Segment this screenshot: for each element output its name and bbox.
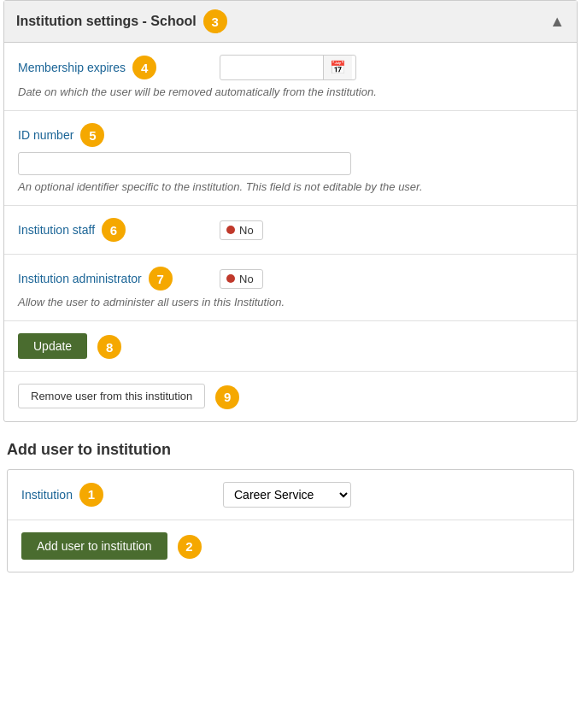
badge-5: 5 xyxy=(80,123,104,147)
id-number-label: ID number 5 xyxy=(18,123,563,147)
institution-staff-toggle[interactable]: No xyxy=(220,220,263,240)
collapse-icon[interactable]: ▲ xyxy=(549,13,565,31)
institution-admin-row: Institution administrator 7 No Allow the… xyxy=(4,255,577,321)
section-header: Institution settings - School 3 ▲ xyxy=(4,1,577,43)
update-button[interactable]: Update xyxy=(18,333,87,359)
badge-2: 2 xyxy=(178,535,202,559)
membership-expires-input[interactable] xyxy=(220,57,323,79)
add-user-button-row: Add user to institution 2 xyxy=(8,520,573,572)
institution-admin-toggle-label: No xyxy=(239,273,254,285)
badge-7: 7 xyxy=(149,267,173,291)
add-user-button[interactable]: Add user to institution xyxy=(21,532,167,560)
membership-expires-row: Membership expires 4 📅 Date on which the… xyxy=(4,43,577,111)
badge-9: 9 xyxy=(215,385,239,409)
add-user-form-card: Institution 1 Career Service School Othe… xyxy=(7,469,574,572)
institution-select-label: Institution 1 xyxy=(21,483,209,507)
id-number-hint: An optional identifier specific to the i… xyxy=(18,180,563,193)
add-user-section: Add user to institution Institution 1 Ca… xyxy=(0,432,581,572)
id-number-input[interactable] xyxy=(18,152,351,175)
calendar-icon[interactable]: 📅 xyxy=(323,56,352,79)
remove-row: Remove user from this institution 9 xyxy=(4,372,577,420)
badge-6: 6 xyxy=(102,218,126,242)
institution-staff-label: Institution staff 6 xyxy=(18,218,206,242)
badge-4: 4 xyxy=(132,56,156,79)
membership-expires-hint: Date on which the user will be removed a… xyxy=(18,85,563,98)
membership-expires-label: Membership expires 4 xyxy=(18,56,206,79)
institution-admin-hint: Allow the user to administer all users i… xyxy=(18,296,563,308)
badge-8: 8 xyxy=(97,335,121,359)
section-body: Membership expires 4 📅 Date on which the… xyxy=(4,43,577,421)
institution-admin-toggle[interactable]: No xyxy=(220,269,263,289)
institution-staff-row: Institution staff 6 No xyxy=(4,206,577,255)
membership-expires-input-wrap: 📅 xyxy=(220,55,356,80)
institution-admin-label: Institution administrator 7 xyxy=(18,267,206,291)
institution-select-row: Institution 1 Career Service School Othe… xyxy=(8,470,573,520)
toggle-dot-staff xyxy=(226,226,235,234)
update-row: Update 8 xyxy=(4,321,577,372)
section-title: Institution settings - School 3 xyxy=(16,9,227,33)
badge-3: 3 xyxy=(203,9,227,33)
add-user-section-title: Add user to institution xyxy=(7,441,574,459)
institution-settings-card: Institution settings - School 3 ▲ Member… xyxy=(3,0,578,422)
institution-staff-toggle-label: No xyxy=(239,224,254,237)
section-title-text: Institution settings - School xyxy=(16,14,197,29)
badge-1: 1 xyxy=(79,483,103,507)
id-number-row: ID number 5 An optional identifier speci… xyxy=(4,111,577,206)
toggle-dot-admin xyxy=(226,274,235,283)
institution-select[interactable]: Career Service School Other xyxy=(223,482,351,508)
remove-user-button[interactable]: Remove user from this institution xyxy=(18,384,205,408)
